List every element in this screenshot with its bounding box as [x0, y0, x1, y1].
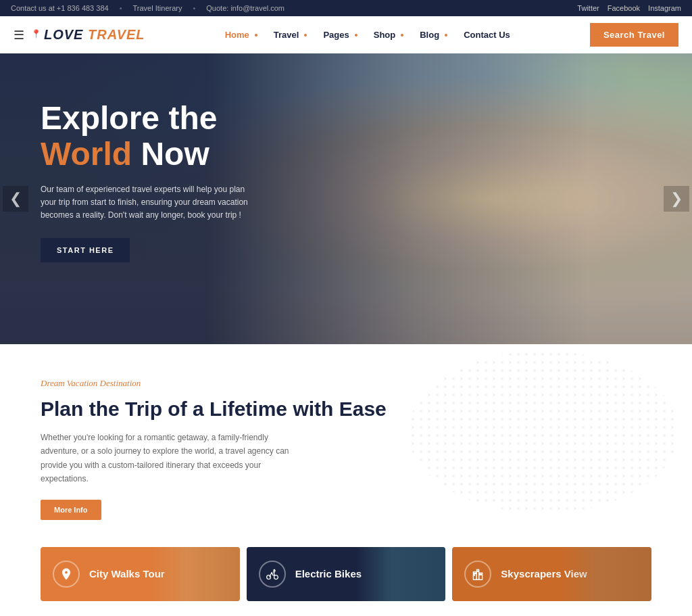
- svg-rect-12: [478, 571, 478, 571]
- hero-highlight: World: [41, 136, 132, 172]
- nav-pages[interactable]: Pages: [316, 26, 364, 44]
- electric-bikes-bg-image: [356, 547, 446, 601]
- svg-point-3: [274, 575, 278, 579]
- top-bar: Contact us at +1 836 483 384 • Travel It…: [0, 0, 692, 16]
- separator-dot: •: [120, 4, 122, 12]
- logo-text: Love Travel: [44, 27, 145, 43]
- logo-pin-icon: 📍: [31, 29, 41, 39]
- nav-travel[interactable]: Travel: [267, 26, 314, 44]
- svg-rect-13: [480, 574, 480, 575]
- instagram-link[interactable]: Instagram: [648, 4, 681, 12]
- hero-cta-button[interactable]: START HERE: [41, 238, 130, 262]
- hero-section: Explore the World Now Our team of experi…: [0, 53, 692, 344]
- main-nav: Home Travel Pages Shop Blog Contact Us: [218, 26, 517, 44]
- top-bar-left: Contact us at +1 836 483 384 • Travel It…: [11, 4, 285, 12]
- tour-cards-section: City Walks Tour Electric Bikes: [0, 547, 692, 616]
- svg-point-4: [274, 569, 275, 571]
- more-info-button[interactable]: More Info: [41, 500, 101, 520]
- hero-description: Our team of experienced travel experts w…: [41, 183, 257, 222]
- svg-rect-9: [474, 573, 475, 573]
- electric-bikes-icon: [259, 561, 286, 588]
- tour-card-city-walks[interactable]: City Walks Tour: [41, 547, 240, 601]
- tour-card-electric-bikes[interactable]: Electric Bikes: [247, 547, 446, 601]
- plan-subtitle: Dream Vacation Destination: [41, 378, 392, 389]
- top-bar-social: Twitter Facebook Instagram: [577, 4, 681, 12]
- nav-home[interactable]: Home: [218, 26, 264, 44]
- plan-section: Dream Vacation Destination Plan the Trip…: [0, 344, 692, 547]
- nav-contact[interactable]: Contact Us: [457, 26, 517, 44]
- city-walks-bg-image: [150, 547, 240, 601]
- skyscrapers-bg-image: [562, 547, 651, 601]
- itinerary-link[interactable]: Travel Itinerary: [133, 4, 182, 12]
- tour-card-skyscrapers[interactable]: Skyscrapers View: [452, 547, 651, 601]
- search-button[interactable]: Search Travel: [590, 23, 678, 47]
- city-walks-icon: [53, 561, 80, 588]
- nav-blog[interactable]: Blog: [413, 26, 454, 44]
- twitter-link[interactable]: Twitter: [577, 4, 599, 12]
- hero-content: Explore the World Now Our team of experi…: [0, 53, 324, 310]
- header: ☰ 📍 Love Travel Home Travel Pages Shop B…: [0, 16, 692, 53]
- contact-info: Contact us at +1 836 483 384: [11, 4, 109, 12]
- quote-link[interactable]: Quote: info@travel.com: [206, 4, 285, 12]
- svg-rect-11: [476, 573, 476, 573]
- facebook-link[interactable]: Facebook: [608, 4, 640, 12]
- hero-title: Explore the World Now: [41, 101, 284, 172]
- nav-shop[interactable]: Shop: [367, 26, 411, 44]
- header-left: ☰ 📍 Love Travel: [14, 27, 145, 43]
- hero-next-arrow[interactable]: ❯: [664, 186, 689, 212]
- logo[interactable]: 📍 Love Travel: [31, 27, 145, 43]
- hero-prev-arrow[interactable]: ❮: [3, 186, 28, 212]
- svg-rect-10: [474, 574, 475, 575]
- svg-rect-14: [481, 574, 482, 575]
- hamburger-icon[interactable]: ☰: [14, 28, 24, 43]
- skyscrapers-icon: [464, 561, 491, 588]
- svg-point-1: [408, 351, 678, 513]
- plan-title: Plan the Trip of a Lifetime with Ease: [41, 397, 392, 421]
- plan-description: Whether you're looking for a romantic ge…: [41, 431, 297, 486]
- plan-content: Dream Vacation Destination Plan the Trip…: [41, 378, 392, 520]
- electric-bikes-label: Electric Bikes: [295, 568, 362, 579]
- separator-dot2: •: [193, 4, 195, 12]
- world-map-decoration: [354, 344, 692, 547]
